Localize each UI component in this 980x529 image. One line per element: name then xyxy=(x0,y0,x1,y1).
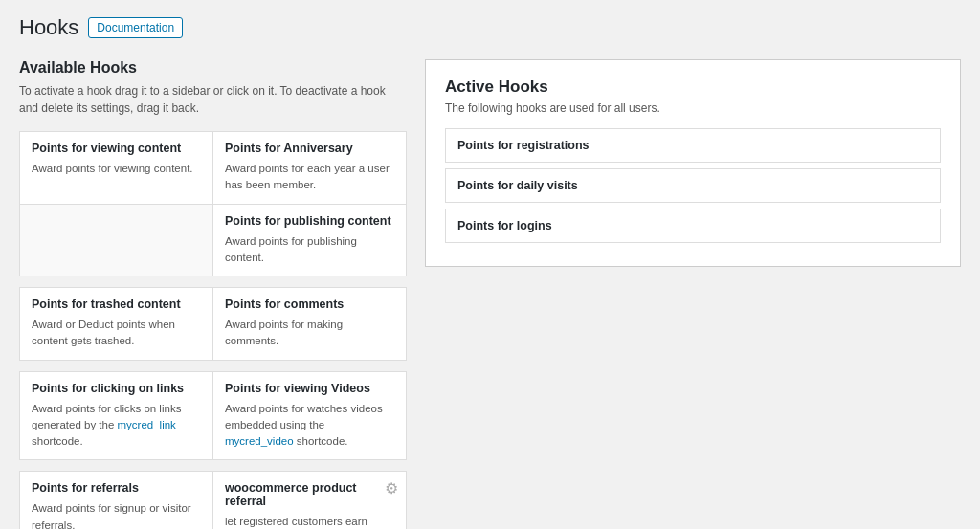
documentation-button[interactable]: Documentation xyxy=(88,17,183,38)
hooks-grid: Points for viewing content Award points … xyxy=(19,132,406,529)
hook-card-desc: Award or Deduct points when content gets… xyxy=(32,317,201,350)
hook-card-anniversary[interactable]: Points for Anniversary Award points for … xyxy=(212,131,407,205)
main-layout: Available Hooks To activate a hook drag … xyxy=(19,59,961,529)
hook-card-desc: Award points for signup or visitor refer… xyxy=(32,500,201,529)
hook-card-comments[interactable]: Points for comments Award points for mak… xyxy=(212,287,407,361)
hook-card-referrals[interactable]: Points for referrals Award points for si… xyxy=(19,471,213,529)
hook-card-woo-referral[interactable]: ⚙ woocommerce product referral let regis… xyxy=(212,471,407,529)
hook-card-title: Points for Anniversary xyxy=(225,142,394,155)
active-hook-registrations[interactable]: Points for registrations xyxy=(445,128,941,163)
hook-card-clicking-links[interactable]: Points for clicking on links Award point… xyxy=(19,371,213,461)
hook-card-desc: let registered customers earn points by … xyxy=(225,514,394,529)
hook-card-desc: Award points for viewing content. xyxy=(32,161,201,177)
active-hooks-section: Active Hooks The following hooks are use… xyxy=(425,59,961,267)
page-title: Hooks xyxy=(19,15,78,40)
active-hooks-desc: The following hooks are used for all use… xyxy=(445,101,941,115)
mycred-video-anchor[interactable]: mycred_video xyxy=(225,435,294,447)
hook-card-desc: Award points for watches videos embedded… xyxy=(225,401,394,451)
page-wrapper: Hooks Documentation Available Hooks To a… xyxy=(0,0,980,529)
hook-card-desc: Award points for making comments. xyxy=(225,317,394,350)
hook-card-viewing-content[interactable]: Points for viewing content Award points … xyxy=(19,131,213,205)
mycred-link-anchor[interactable]: mycred_link xyxy=(118,419,176,430)
hook-card-empty-1 xyxy=(19,204,213,277)
hook-card-title: Points for publishing content xyxy=(225,214,394,228)
hook-card-title: Points for referrals xyxy=(32,481,201,495)
hook-card-title: Points for viewing content xyxy=(32,142,201,155)
available-hooks-desc: To activate a hook drag it to a sidebar … xyxy=(19,82,406,117)
hook-card-title: Points for clicking on links xyxy=(32,382,201,395)
hook-card-title: Points for trashed content xyxy=(32,298,201,311)
hook-card-title: woocommerce product referral xyxy=(225,481,394,508)
hook-card-desc: Award points for each year a user has be… xyxy=(225,161,394,194)
hook-card-trashed[interactable]: Points for trashed content Award or Dedu… xyxy=(19,287,213,361)
active-hooks-title: Active Hooks xyxy=(445,77,941,97)
gear-icon: ⚙ xyxy=(385,479,398,497)
hook-card-publishing[interactable]: Points for publishing content Award poin… xyxy=(212,204,407,277)
hook-card-viewing-videos[interactable]: Points for viewing Videos Award points f… xyxy=(212,371,407,461)
active-hook-daily-visits[interactable]: Points for daily visits xyxy=(445,168,941,203)
active-hook-logins[interactable]: Points for logins xyxy=(445,209,941,243)
hook-card-desc: Award points for clicks on links generat… xyxy=(32,401,201,451)
available-hooks-section: Available Hooks To activate a hook drag … xyxy=(19,59,406,529)
available-hooks-title: Available Hooks xyxy=(19,59,406,77)
hook-card-desc: Award points for publishing content. xyxy=(225,233,394,267)
page-header: Hooks Documentation xyxy=(19,15,961,40)
hook-card-title: Points for viewing Videos xyxy=(225,382,394,395)
hook-card-title: Points for comments xyxy=(225,298,394,311)
